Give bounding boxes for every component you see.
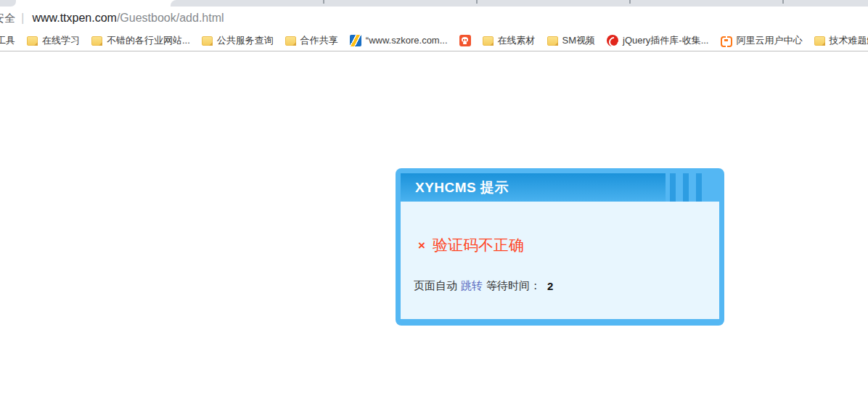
bookmark-label: 在线学习 [42,34,80,47]
error-message: 验证码不正确 [433,235,524,255]
redirect-link[interactable]: 跳转 [461,279,483,293]
folder-icon [285,36,296,46]
bookmarks-bar: 工具在线学习不错的各行业网站...公共服务查询合作共享“www.szkore.c… [0,30,868,51]
bookmark-item[interactable] [459,35,471,46]
szkore-icon [350,35,361,46]
bookmark-label: 公共服务查询 [217,34,274,47]
folder-icon [547,36,558,46]
tab-left-stub[interactable] [0,0,16,7]
tab-separator [323,0,324,4]
stripe [683,173,689,202]
security-label: 安全 [0,12,15,25]
tab-strip [0,0,868,7]
bookmark-label: “www.szkore.com... [366,35,448,46]
error-x-icon: × [418,239,425,253]
inactive-tabs[interactable] [171,0,868,7]
bookmark-item[interactable]: 合作共享 [285,34,338,47]
redirect-prefix: 页面自动 [414,279,457,293]
bookmark-item[interactable]: “www.szkore.com... [350,35,448,46]
tab-separator [476,0,478,4]
stripe [696,173,702,202]
browser-chrome: 安全 | www.ttxpen.com /Guestbook/add.html … [0,0,868,51]
bookmark-label: jQuery插件库-收集... [623,34,708,47]
page-content: XYHCMS 提示 × 验证码不正确 页面自动 跳转 等待时间： 2 [0,51,868,400]
dialog-title-band: XYHCMS 提示 [401,173,666,202]
bookmark-item[interactable]: 技术难题解决 [814,34,868,47]
header-stripes-decoration [666,173,719,202]
bookmark-label: 不错的各行业网站... [107,34,190,47]
bookmark-item[interactable]: 在线学习 [27,34,80,47]
address-bar[interactable]: 安全 | www.ttxpen.com /Guestbook/add.html [0,7,868,30]
bookmark-item[interactable]: 不错的各行业网站... [91,34,190,47]
xyhcms-dialog: XYHCMS 提示 × 验证码不正确 页面自动 跳转 等待时间： 2 [396,168,724,326]
bookmark-item[interactable]: 公共服务查询 [202,34,274,47]
dialog-body: × 验证码不正确 页面自动 跳转 等待时间： 2 [401,202,719,319]
bookmark-item[interactable]: 阿里云用户中心 [721,34,803,47]
redirect-info: 页面自动 跳转 等待时间： 2 [401,279,719,293]
bookmark-label: 合作共享 [300,34,338,47]
dialog-title: XYHCMS 提示 [415,178,509,197]
folder-icon [27,36,38,46]
tab-separator [782,0,784,4]
skull-icon [459,35,471,46]
error-line: × 验证码不正确 [401,202,719,255]
bookmark-label: SM视频 [562,34,596,47]
url-host[interactable]: www.ttxpen.com [32,12,116,25]
bookmark-label: 技术难题解决 [830,34,868,47]
dialog-header: XYHCMS 提示 [401,173,719,202]
bookmark-item[interactable]: jQuery插件库-收集... [607,34,708,47]
bookmark-item[interactable]: 工具 [0,34,15,47]
bookmark-label: 阿里云用户中心 [737,34,803,47]
url-path[interactable]: /Guestbook/add.html [117,12,224,25]
address-separator: | [21,11,24,25]
aliyun-icon [721,35,732,46]
stripe [670,173,676,202]
tab-separator [629,0,631,4]
bookmark-label: 在线素材 [498,34,536,47]
folder-icon [483,36,494,46]
bookmark-item[interactable]: SM视频 [547,34,596,47]
bookmark-item[interactable]: 在线素材 [483,34,536,47]
countdown: 2 [547,280,553,292]
folder-icon [202,36,213,46]
bookmark-label: 工具 [0,34,15,47]
redirect-suffix: 等待时间： [486,279,541,293]
folder-icon [814,36,825,46]
jquery-icon [607,35,618,46]
folder-icon [91,36,102,46]
